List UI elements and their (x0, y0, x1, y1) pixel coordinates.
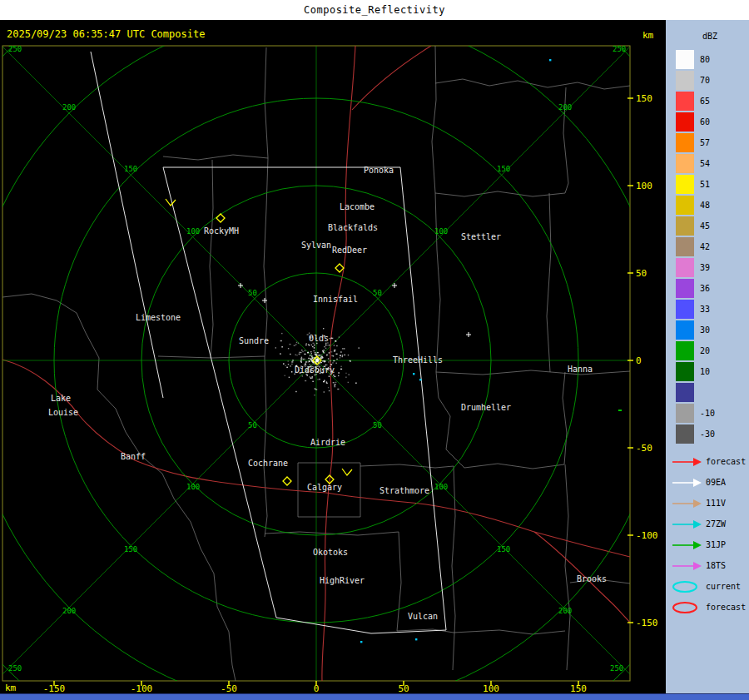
speckle-dot (345, 373, 346, 374)
speckle-dot (348, 382, 349, 383)
ring-distance-label: 100 (434, 483, 448, 491)
speckle-dot (312, 381, 313, 382)
right-axis-label: 0 (636, 355, 642, 366)
speckle-dot (312, 346, 313, 347)
cyan-dot-marker (549, 59, 551, 61)
colorbar-swatch (676, 237, 694, 256)
colorbar-entry: 70 (666, 70, 749, 91)
speckle-dot (322, 360, 323, 361)
speckle-dot (315, 352, 316, 353)
speckle-dot (294, 345, 295, 346)
speckle-dot (342, 355, 343, 355)
city-label-vulcan: Vulcan (408, 612, 438, 621)
speckle-dot (320, 355, 322, 355)
colorbar-swatch (676, 133, 694, 152)
ring-distance-label: 100 (186, 227, 200, 236)
colorbar-swatch (676, 50, 694, 69)
speckle-dot (316, 353, 317, 354)
speckle-dot (333, 382, 335, 383)
ring-distance-label: 200 (558, 607, 572, 615)
speckle-dot (303, 359, 304, 360)
radar-map-canvas[interactable]: PonokaLacombeBlackfaldsSylvanRedDeerStet… (0, 0, 749, 700)
colorbar-entry: 42 (666, 236, 749, 257)
speckle-dot (313, 363, 314, 364)
speckle-dot (325, 345, 326, 345)
speckle-dot (283, 363, 284, 364)
speckle-dot (292, 360, 293, 360)
speckle-dot (314, 350, 315, 351)
colorbar-value: 33 (700, 305, 710, 314)
ring-distance-label: 50 (373, 421, 382, 429)
city-label-reddeer: RedDeer (332, 246, 367, 255)
speckle-dot (335, 340, 336, 341)
colorbar-value: 36 (700, 284, 710, 293)
speckle-dot (334, 376, 335, 377)
colorbar-entry: 45 (666, 216, 749, 236)
speckle-dot (314, 347, 315, 348)
speckle-dot (305, 345, 306, 345)
speckle-dot (305, 362, 306, 363)
legend-ellipse-icon (671, 601, 702, 614)
colorbar-swatch (676, 320, 694, 340)
colorbar-value: 65 (700, 97, 710, 106)
speckle-dot (332, 338, 333, 339)
speckle-dot (329, 345, 330, 345)
legend: forecast09EA111V27ZW31JP18TScurrentforec… (666, 451, 749, 618)
speckle-dot (345, 355, 345, 355)
speckle-dot (359, 347, 360, 348)
city-label-brooks: Brooks (577, 574, 607, 583)
ring-distance-label: 100 (186, 483, 200, 491)
colorbar-value: 80 (700, 55, 710, 64)
colorbar-value: 51 (700, 180, 710, 189)
speckle-dot (310, 355, 310, 356)
colorbar-entry: 10 (666, 361, 749, 382)
legend-item: forecast (666, 597, 749, 618)
km-unit-bottom: km (5, 683, 16, 693)
speckle-dot (323, 350, 324, 350)
speckle-dot (295, 355, 296, 355)
speckle-dot (315, 360, 316, 361)
horizontal-scrollbar[interactable] (0, 693, 749, 700)
speckle-dot (324, 352, 325, 353)
speckle-dot (310, 358, 310, 359)
speckle-dot (281, 333, 282, 334)
speckle-dot (291, 371, 292, 372)
speckle-dot (308, 361, 310, 362)
city-label-hanna: Hanna (568, 365, 593, 374)
speckle-dot (302, 375, 303, 376)
speckle-dot (310, 351, 311, 352)
speckle-dot (320, 363, 320, 364)
speckle-dot (329, 352, 330, 353)
colorbar-value: -10 (700, 409, 715, 418)
speckle-dot (295, 344, 296, 345)
colorbar-entry: -30 (666, 424, 749, 444)
speckle-dot (323, 328, 324, 329)
legend-arrow-icon (671, 518, 702, 531)
speckle-dot (314, 395, 315, 395)
legend-item: forecast (666, 451, 749, 472)
speckle-dot (288, 364, 289, 365)
colorbar-value: 54 (700, 159, 710, 168)
city-label-airdrie: Airdrie (310, 438, 345, 447)
speckle-dot (325, 360, 325, 361)
speckle-dot (309, 360, 310, 361)
colorbar-entry: 65 (666, 91, 749, 112)
cyan-dot-marker (419, 379, 421, 380)
ring-distance-label: 100 (434, 227, 448, 236)
speckle-dot (336, 359, 337, 360)
legend-ellipse-icon (671, 580, 702, 593)
speckle-dot (315, 388, 315, 389)
speckle-dot (309, 345, 310, 345)
speckle-dot (314, 345, 315, 345)
colorbar-value: 60 (700, 117, 710, 127)
colorbar-entry: 33 (666, 299, 749, 320)
ring-distance-label: 150 (124, 545, 137, 554)
colorbar-swatch (676, 258, 694, 277)
speckle-dot (334, 385, 335, 385)
colorbar-entry: -10 (666, 403, 749, 424)
speckle-dot (307, 352, 309, 353)
ring-distance-label: 50 (373, 289, 382, 297)
city-label-lake: Lake (51, 394, 71, 403)
colorbar-entry (666, 382, 749, 403)
city-label-didsbury: Didsbury (295, 365, 335, 375)
